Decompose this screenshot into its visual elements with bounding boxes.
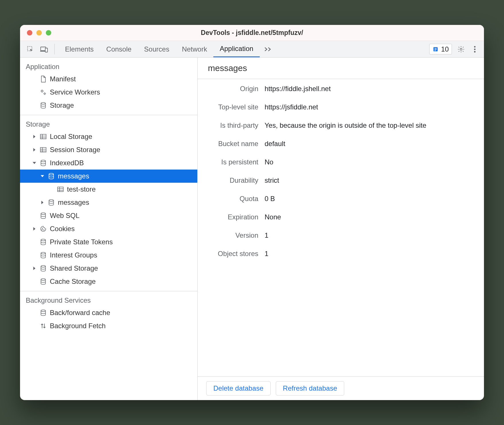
detail-value: default: [265, 140, 475, 148]
sidebar-item-cache-storage[interactable]: Cache Storage: [20, 275, 197, 288]
delete-database-button[interactable]: Delete database: [206, 381, 271, 396]
section-title-application: Application: [20, 63, 197, 72]
sidebar-item-manifest[interactable]: Manifest: [20, 72, 197, 86]
section-title-bg: Background Services: [20, 296, 197, 306]
label: messages: [58, 198, 89, 206]
kebab-menu-icon[interactable]: [468, 41, 481, 57]
close-window-button[interactable]: [27, 30, 32, 36]
database-icon: [40, 212, 47, 219]
svg-point-7: [474, 51, 475, 52]
detail-key: Version: [198, 231, 265, 239]
database-icon: [40, 252, 47, 259]
sidebar-item-cookies[interactable]: Cookies: [20, 222, 197, 235]
document-icon: [40, 75, 47, 83]
svg-point-8: [41, 90, 43, 92]
label: Cache Storage: [50, 278, 96, 286]
detail-value: 1: [265, 231, 475, 239]
sidebar-item-interest-groups[interactable]: Interest Groups: [20, 249, 197, 262]
maximize-window-button[interactable]: [46, 30, 51, 36]
sidebar-item-private-state-tokens[interactable]: Private State Tokens: [20, 235, 197, 249]
database-icon: [40, 239, 47, 245]
table-icon: [40, 147, 47, 153]
sidebar-item-service-workers[interactable]: Service Workers: [20, 86, 197, 99]
svg-rect-11: [40, 134, 46, 139]
svg-point-4: [460, 48, 462, 50]
database-icon: [48, 173, 55, 180]
detail-row: Durabilitystrict: [198, 176, 475, 184]
detail-row: Originhttps://fiddle.jshell.net: [198, 85, 475, 93]
svg-point-22: [41, 252, 46, 254]
sidebar-item-shared-storage[interactable]: Shared Storage: [20, 262, 197, 275]
detail-key: Object stores: [198, 250, 265, 258]
detail-key: Is third-party: [198, 121, 265, 129]
database-icon: [40, 265, 47, 272]
refresh-database-button[interactable]: Refresh database: [276, 381, 344, 396]
section-title-storage: Storage: [20, 120, 197, 130]
application-sidebar: Application Manifest Service Workers: [20, 58, 198, 400]
svg-point-24: [41, 279, 46, 280]
sidebar-item-storage[interactable]: Storage: [20, 99, 197, 112]
issues-badge[interactable]: 10: [429, 44, 452, 54]
svg-rect-2: [45, 48, 48, 52]
svg-rect-15: [58, 187, 63, 192]
label: Web SQL: [50, 212, 80, 220]
issues-count: 10: [441, 45, 449, 53]
table-icon: [57, 186, 64, 192]
more-tabs-icon[interactable]: [261, 41, 275, 57]
detail-row: Object stores1: [198, 250, 475, 258]
tab-network[interactable]: Network: [176, 41, 213, 57]
sidebar-item-background-fetch[interactable]: Background Fetch: [20, 319, 197, 332]
chevron-down-icon: [40, 174, 45, 178]
detail-key: Durability: [198, 176, 265, 184]
svg-point-25: [41, 310, 46, 312]
panel-tabs: Elements Console Sources Network Applica…: [59, 41, 260, 57]
sidebar-item-idb-messages-selected[interactable]: messages: [20, 170, 197, 183]
label: Private State Tokens: [50, 238, 113, 246]
label: Shared Storage: [50, 264, 98, 272]
sidebar-item-idb-teststore[interactable]: test-store: [20, 183, 197, 196]
detail-value: https://fiddle.jshell.net: [265, 85, 475, 93]
sidebar-item-websql[interactable]: Web SQL: [20, 209, 197, 222]
svg-point-20: [44, 230, 44, 230]
device-toolbar-icon[interactable]: [38, 41, 50, 57]
tab-application[interactable]: Application: [213, 41, 259, 57]
section-application: Application Manifest Service Workers: [20, 58, 197, 115]
detail-row: Version1: [198, 231, 475, 239]
sidebar-item-idb-messages2[interactable]: messages: [20, 196, 197, 209]
svg-point-21: [41, 239, 46, 241]
window-title: DevTools - jsfiddle.net/5tmpfuzv/: [20, 29, 484, 37]
svg-point-13: [41, 160, 46, 162]
database-icon: [40, 160, 47, 166]
gears-icon: [40, 89, 47, 96]
svg-point-14: [49, 173, 54, 175]
tab-console[interactable]: Console: [100, 41, 138, 57]
svg-point-10: [41, 103, 46, 104]
label: Local Storage: [50, 133, 92, 141]
tab-elements[interactable]: Elements: [59, 41, 100, 57]
inspect-element-icon[interactable]: [24, 41, 37, 57]
sidebar-item-session-storage[interactable]: Session Storage: [20, 143, 197, 156]
label: Manifest: [50, 75, 76, 83]
minimize-window-button[interactable]: [36, 30, 42, 36]
sidebar-item-local-storage[interactable]: Local Storage: [20, 130, 197, 143]
svg-rect-12: [40, 147, 46, 152]
detail-row: Is persistentNo: [198, 158, 475, 166]
detail-row: ExpirationNone: [198, 213, 475, 221]
settings-icon[interactable]: [455, 41, 467, 57]
database-details: Originhttps://fiddle.jshell.netTop-level…: [198, 79, 484, 376]
divider: [54, 44, 55, 54]
sidebar-item-indexeddb[interactable]: IndexedDB: [20, 156, 197, 170]
detail-row: Is third-partyYes, because the origin is…: [198, 121, 475, 129]
svg-point-9: [44, 93, 46, 95]
label: Storage: [50, 101, 74, 109]
detail-key: Is persistent: [198, 158, 265, 166]
svg-point-6: [474, 48, 475, 50]
devtools-window: DevTools - jsfiddle.net/5tmpfuzv/ Elemen…: [20, 25, 484, 400]
tab-sources[interactable]: Sources: [138, 41, 176, 57]
detail-key: Bucket name: [198, 140, 265, 148]
toolbar: Elements Console Sources Network Applica…: [20, 41, 484, 58]
detail-value: No: [265, 158, 475, 166]
database-icon: [40, 309, 47, 316]
sidebar-item-bf-cache[interactable]: Back/forward cache: [20, 306, 197, 319]
detail-key: Expiration: [198, 213, 265, 221]
